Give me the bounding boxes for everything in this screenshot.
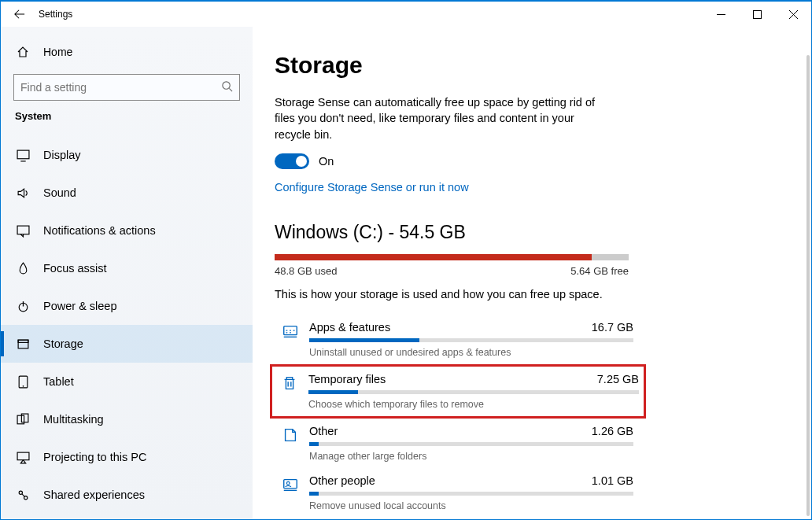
svg-point-1 bbox=[223, 81, 230, 88]
category-bar-fill bbox=[308, 390, 358, 394]
category-label: Other people bbox=[309, 474, 375, 487]
storage-icon bbox=[15, 337, 31, 351]
sidebar-item-tablet[interactable]: Tablet bbox=[1, 363, 253, 400]
home-nav[interactable]: Home bbox=[1, 36, 253, 68]
svg-rect-0 bbox=[753, 10, 761, 18]
category-bar bbox=[309, 492, 633, 496]
sidebar-item-label: Sound bbox=[43, 186, 76, 199]
drive-used-label: 48.8 GB used bbox=[275, 265, 338, 277]
search-icon bbox=[221, 80, 233, 95]
svg-rect-5 bbox=[18, 340, 28, 349]
drive-desc: This is how your storage is used and how… bbox=[275, 288, 789, 301]
sidebar-item-shared[interactable]: Shared experiences bbox=[1, 476, 253, 514]
category-size: 1.26 GB bbox=[592, 425, 633, 437]
sidebar-item-projecting[interactable]: Projecting to this PC bbox=[1, 438, 253, 476]
drive-title: Windows (C:) - 54.5 GB bbox=[275, 222, 789, 243]
sidebar-item-label: Storage bbox=[43, 337, 83, 350]
category-sub: Choose which temporary files to remove bbox=[308, 399, 639, 410]
sidebar-item-label: Projecting to this PC bbox=[43, 451, 146, 463]
other-icon bbox=[278, 426, 303, 444]
back-button[interactable] bbox=[1, 2, 39, 27]
sidebar: Home System DisplaySoundNotifications & … bbox=[1, 27, 253, 519]
power-icon bbox=[15, 300, 31, 313]
display-icon bbox=[15, 149, 31, 162]
page-title: Storage bbox=[275, 52, 789, 79]
category-size: 16.7 GB bbox=[592, 321, 633, 334]
sidebar-item-label: Power & sleep bbox=[43, 300, 117, 312]
maximize-button[interactable] bbox=[739, 2, 775, 27]
category-temp[interactable]: Temporary files7.25 GBChoose which tempo… bbox=[270, 364, 646, 419]
sidebar-item-label: Tablet bbox=[43, 375, 74, 388]
category-bar bbox=[309, 338, 633, 342]
svg-point-16 bbox=[286, 481, 290, 485]
minimize-button[interactable] bbox=[703, 2, 739, 27]
sidebar-item-power[interactable]: Power & sleep bbox=[1, 287, 253, 325]
search-input[interactable] bbox=[20, 81, 221, 94]
main-content: Storage Storage Sense can automatically … bbox=[253, 27, 811, 519]
svg-point-13 bbox=[24, 496, 27, 499]
category-bar-fill bbox=[309, 442, 319, 446]
sidebar-item-storage[interactable]: Storage bbox=[1, 325, 253, 363]
storage-sense-toggle[interactable] bbox=[275, 153, 309, 169]
home-icon bbox=[15, 46, 31, 58]
focus-icon bbox=[15, 262, 31, 275]
apps-icon bbox=[278, 323, 303, 340]
close-icon bbox=[789, 10, 798, 19]
close-button[interactable] bbox=[775, 2, 811, 27]
sidebar-item-label: Notifications & actions bbox=[43, 224, 156, 237]
scrollbar[interactable] bbox=[806, 55, 810, 516]
multitasking-icon bbox=[15, 413, 31, 426]
drive-usage-fill bbox=[275, 254, 592, 260]
svg-rect-3 bbox=[17, 226, 29, 234]
category-bar bbox=[309, 442, 633, 446]
category-bar bbox=[308, 390, 639, 394]
section-title: System bbox=[1, 110, 253, 122]
category-apps[interactable]: Apps & features16.7 GBUninstall unused o… bbox=[275, 315, 637, 364]
category-size: 7.25 GB bbox=[597, 373, 639, 385]
sidebar-item-focus[interactable]: Focus assist bbox=[1, 249, 253, 287]
category-label: Apps & features bbox=[309, 321, 390, 334]
category-label: Temporary files bbox=[308, 373, 386, 385]
notifications-icon bbox=[15, 224, 31, 238]
category-sub: Remove unused local accounts bbox=[309, 500, 633, 511]
category-sub: Manage other large folders bbox=[309, 451, 633, 462]
search-box[interactable] bbox=[13, 74, 240, 101]
storage-sense-desc: Storage Sense can automatically free up … bbox=[275, 94, 613, 142]
shared-icon bbox=[15, 489, 31, 502]
toggle-label: On bbox=[319, 155, 334, 168]
svg-rect-2 bbox=[17, 150, 29, 159]
category-size: 1.01 GB bbox=[592, 474, 633, 487]
minimize-icon bbox=[717, 10, 725, 19]
sidebar-item-label: Multitasking bbox=[43, 413, 104, 426]
people-icon bbox=[278, 476, 303, 493]
tablet-icon bbox=[15, 375, 31, 389]
maximize-icon bbox=[753, 10, 762, 19]
drive-free-label: 5.64 GB free bbox=[570, 265, 629, 277]
sidebar-item-label: Display bbox=[43, 149, 81, 161]
window-title: Settings bbox=[39, 9, 72, 20]
titlebar: Settings bbox=[1, 2, 811, 27]
home-label: Home bbox=[43, 46, 72, 58]
drive-usage-bar bbox=[275, 254, 629, 260]
category-other[interactable]: Other1.26 GBManage other large folders bbox=[275, 419, 637, 468]
category-bar-fill bbox=[309, 338, 419, 342]
svg-rect-11 bbox=[17, 452, 29, 460]
sidebar-item-sound[interactable]: Sound bbox=[1, 174, 253, 212]
sidebar-item-label: Focus assist bbox=[43, 262, 107, 275]
svg-point-8 bbox=[22, 385, 24, 386]
back-arrow-icon bbox=[14, 9, 25, 20]
sidebar-item-display[interactable]: Display bbox=[1, 136, 253, 174]
svg-rect-6 bbox=[18, 340, 28, 342]
configure-link[interactable]: Configure Storage Sense or run it now bbox=[275, 181, 469, 194]
sidebar-item-notifications[interactable]: Notifications & actions bbox=[1, 212, 253, 249]
svg-point-12 bbox=[19, 491, 22, 494]
sidebar-item-label: Shared experiences bbox=[43, 489, 145, 501]
temp-icon bbox=[277, 374, 302, 392]
category-label: Other bbox=[309, 425, 338, 437]
category-sub: Uninstall unused or undesired apps & fea… bbox=[309, 347, 633, 358]
projecting-icon bbox=[15, 451, 31, 464]
category-bar-fill bbox=[309, 492, 319, 496]
category-people[interactable]: Other people1.01 GBRemove unused local a… bbox=[275, 468, 637, 518]
sound-icon bbox=[15, 186, 31, 200]
sidebar-item-multitasking[interactable]: Multitasking bbox=[1, 400, 253, 438]
